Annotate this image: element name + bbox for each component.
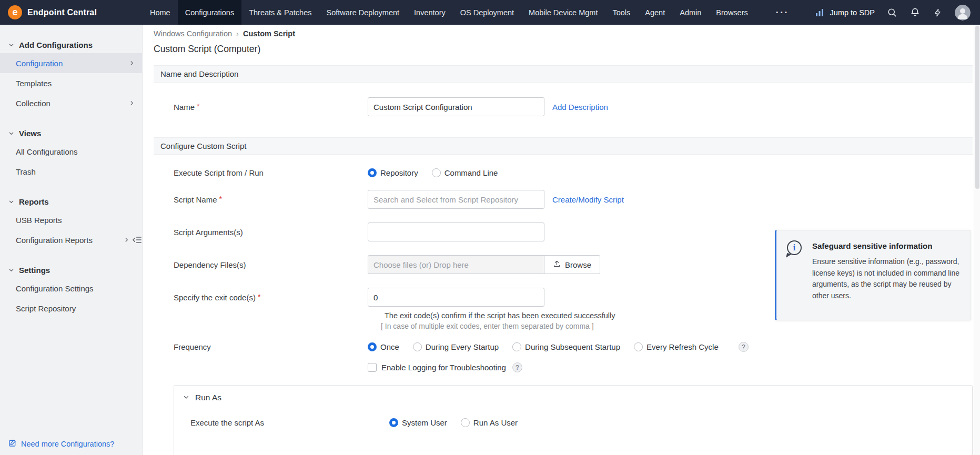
sidebar-section-views: Views All Configurations Trash [0, 125, 142, 181]
radio-every-refresh-cycle[interactable]: Every Refresh Cycle [634, 342, 719, 351]
vertical-scrollbar [974, 25, 980, 455]
execute-script-as-label: Execute the script As [190, 418, 389, 427]
nav-overflow-ellipsis-icon[interactable]: ··· [776, 7, 789, 18]
user-avatar[interactable] [955, 5, 971, 21]
sidebar-header-add-configurations[interactable]: Add Configurations [0, 36, 142, 53]
sidebar-item-configuration-reports[interactable]: Configuration Reports [0, 230, 142, 250]
create-modify-script-link[interactable]: Create/Modify Script [552, 195, 624, 204]
need-more-configurations-label: Need more Configurations? [21, 440, 114, 448]
sidebar-item-configuration[interactable]: Configuration [0, 53, 142, 73]
collapse-sidebar-icon[interactable] [133, 236, 142, 244]
exit-code-input[interactable] [368, 288, 544, 307]
radio-label: System User [402, 418, 447, 427]
execute-script-from-row: Execute Script from / Run Repository Com… [174, 168, 980, 177]
notifications-bell-icon[interactable] [908, 6, 921, 19]
sidebar-item-label: Templates [16, 79, 52, 88]
chevron-down-icon [8, 266, 14, 275]
edit-note-icon [8, 439, 17, 449]
radio-label: Every Refresh Cycle [646, 342, 719, 351]
run-as-header[interactable]: Run As [174, 386, 972, 402]
info-icon: i [787, 240, 802, 255]
radio-unselected-icon [634, 342, 643, 351]
chevron-right-icon [124, 237, 129, 243]
nav-mobile-device-mgmt[interactable]: Mobile Device Mgmt [521, 0, 605, 25]
nav-software-deployment[interactable]: Software Deployment [319, 0, 407, 25]
search-icon[interactable] [885, 6, 898, 19]
scrollbar-thumb[interactable] [975, 26, 979, 189]
nav-admin[interactable]: Admin [672, 0, 709, 25]
radio-unselected-icon [512, 342, 521, 351]
execute-script-from-label: Execute Script from / Run [174, 168, 368, 177]
breadcrumb-separator: › [236, 29, 239, 38]
sidebar-section-reports: Reports USB Reports Configuration Report… [0, 193, 142, 250]
nav-home[interactable]: Home [143, 0, 178, 25]
section-header-configure-custom-script: Configure Custom Script [154, 137, 973, 155]
sidebar-item-trash[interactable]: Trash [0, 161, 142, 181]
dependency-files-label: Dependency Files(s) [174, 260, 368, 269]
nav-agent[interactable]: Agent [638, 0, 672, 25]
sidebar-item-collection[interactable]: Collection [0, 93, 142, 113]
chevron-down-icon [8, 197, 14, 206]
radio-selected-icon [389, 418, 398, 427]
nav-tools[interactable]: Tools [605, 0, 638, 25]
add-description-link[interactable]: Add Description [552, 103, 608, 112]
browse-button[interactable]: Browse [544, 255, 600, 274]
radio-run-as-user[interactable]: Run As User [461, 418, 518, 427]
sidebar-item-label: USB Reports [16, 216, 62, 225]
callout-body: Ensure sensitive information (e.g., pass… [812, 256, 963, 302]
frequency-row: Frequency Once During Every Startup Duri… [174, 342, 980, 352]
radio-label: Run As User [473, 418, 518, 427]
nav-inventory[interactable]: Inventory [407, 0, 453, 25]
name-input[interactable] [368, 97, 544, 116]
radio-command-line[interactable]: Command Line [432, 168, 498, 177]
safeguard-callout: i Safeguard sensitive information Ensure… [775, 230, 971, 320]
quick-actions-lightning-icon[interactable] [932, 6, 944, 19]
sidebar: Add Configurations Configuration Templat… [0, 25, 143, 455]
jump-to-sdp-button[interactable]: Jump to SDP [813, 6, 875, 19]
sidebar-section-title: Settings [19, 266, 50, 275]
sidebar-item-script-repository[interactable]: Script Repository [0, 298, 142, 318]
nav-threats-patches[interactable]: Threats & Patches [241, 0, 319, 25]
info-glyph: i [793, 243, 795, 252]
radio-once[interactable]: Once [368, 342, 399, 351]
dependency-files-dropzone[interactable] [368, 255, 544, 274]
radio-selected-icon [368, 168, 377, 177]
sidebar-section-title: Reports [19, 197, 49, 206]
enable-logging-checkbox[interactable] [368, 363, 377, 372]
execute-script-as-row: Execute the script As System User Run As… [190, 418, 972, 427]
callout-content: Safeguard sensitive information Ensure s… [812, 239, 963, 310]
nav-os-deployment[interactable]: OS Deployment [453, 0, 521, 25]
sidebar-item-label: Configuration Settings [16, 284, 94, 293]
radio-label: During Subsequent Startup [525, 342, 620, 351]
sidebar-section-add-configurations: Add Configurations Configuration Templat… [0, 36, 142, 113]
sidebar-header-settings[interactable]: Settings [0, 261, 142, 278]
nav-configurations[interactable]: Configurations [178, 0, 242, 25]
radio-repository[interactable]: Repository [368, 168, 418, 177]
radio-during-every-startup[interactable]: During Every Startup [413, 342, 499, 351]
breadcrumb: Windows Configuration › Custom Script [154, 29, 980, 38]
script-source-radio-group: Repository Command Line [368, 168, 511, 177]
sidebar-header-views[interactable]: Views [0, 125, 142, 141]
nav-browsers[interactable]: Browsers [709, 0, 755, 25]
sidebar-section-settings: Settings Configuration Settings Script R… [0, 261, 142, 318]
top-navbar: e Endpoint Central Home Configurations T… [0, 0, 980, 25]
frequency-help-icon[interactable]: ? [739, 342, 749, 352]
exit-code-label: Specify the exit code(s) [174, 293, 368, 302]
sidebar-item-templates[interactable]: Templates [0, 73, 142, 93]
sidebar-item-all-configurations[interactable]: All Configurations [0, 141, 142, 161]
brand[interactable]: e Endpoint Central [0, 0, 143, 25]
sidebar-item-configuration-settings[interactable]: Configuration Settings [0, 278, 142, 298]
script-arguments-input[interactable] [368, 223, 544, 241]
radio-system-user[interactable]: System User [389, 418, 447, 427]
radio-selected-icon [368, 342, 377, 351]
script-name-input[interactable] [368, 190, 544, 209]
chevron-right-icon [129, 100, 135, 106]
sidebar-header-reports[interactable]: Reports [0, 193, 142, 210]
logging-help-icon[interactable]: ? [512, 362, 522, 372]
breadcrumb-windows-configuration[interactable]: Windows Configuration [154, 29, 232, 38]
sidebar-item-label: Trash [16, 167, 36, 176]
primary-nav: Home Configurations Threats & Patches So… [143, 0, 755, 25]
sidebar-item-usb-reports[interactable]: USB Reports [0, 210, 142, 230]
need-more-configurations-link[interactable]: Need more Configurations? [8, 439, 114, 449]
radio-during-subsequent-startup[interactable]: During Subsequent Startup [512, 342, 620, 351]
